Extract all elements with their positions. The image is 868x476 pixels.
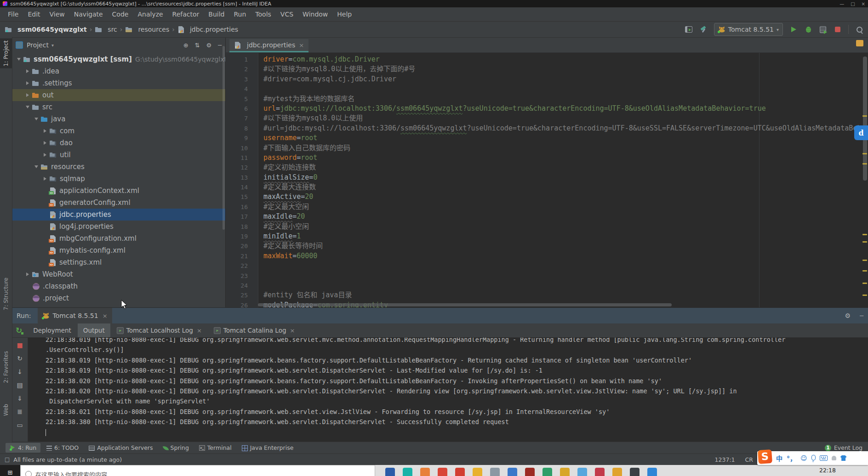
tree-item-.settings[interactable]: .settings xyxy=(12,77,225,89)
gear-icon[interactable]: ⚙ xyxy=(845,312,851,319)
close-icon[interactable]: × xyxy=(103,312,108,319)
menu-analyze[interactable]: Analyze xyxy=(133,9,167,19)
chevron-collapsed-icon[interactable] xyxy=(24,80,31,86)
menu-tools[interactable]: Tools xyxy=(251,9,275,19)
stripe-button--structure[interactable]: 7: Structure xyxy=(0,276,12,312)
taskbar-app-15-icon[interactable] xyxy=(630,468,640,476)
background-tasks-icon[interactable]: □ xyxy=(5,456,10,463)
rerun-icon[interactable]: ↻ xyxy=(17,355,23,362)
menu-run[interactable]: Run xyxy=(230,9,251,19)
menu-navigate[interactable]: Navigate xyxy=(70,9,107,19)
run-tab-tomcat-localhost-log[interactable]: ▸Tomcat Localhost Log× xyxy=(111,323,207,337)
taskbar-app-10-icon[interactable] xyxy=(542,468,552,476)
search-everywhere-icon[interactable] xyxy=(855,25,863,34)
taskbar-app-3-icon[interactable] xyxy=(420,468,430,476)
tree-item-com[interactable]: com xyxy=(12,125,225,137)
tool-window-button-spring[interactable]: Spring xyxy=(159,443,193,453)
close-icon[interactable]: × xyxy=(299,42,304,49)
run-tab-tomcat-catalina-log[interactable]: ▸Tomcat Catalina Log× xyxy=(208,323,301,337)
tree-item-log4j.properties[interactable]: log4j.properties xyxy=(12,221,225,232)
chevron-expanded-icon[interactable] xyxy=(33,164,40,170)
hide-panel-icon[interactable]: ─ xyxy=(218,42,222,49)
tree-item-applicationcontext.xml[interactable]: applicationContext.xml xyxy=(12,185,225,197)
project-panel-title[interactable]: Project xyxy=(27,41,49,49)
debug-button[interactable] xyxy=(804,25,812,34)
tree-item-ssm06645yqwzglxt-ssm-[interactable]: ssm06645yqwzglxt [ssm]G:\study\ssm06645y… xyxy=(12,53,225,65)
tree-item-.project[interactable]: .project xyxy=(12,292,225,304)
tree-item-dao[interactable]: dao xyxy=(12,137,225,149)
chevron-expanded-icon[interactable] xyxy=(33,116,40,122)
clear-icon[interactable]: ▭ xyxy=(17,421,23,429)
close-icon[interactable]: × xyxy=(290,327,295,334)
soft-wrap-icon[interactable]: ▤ xyxy=(17,381,23,389)
taskbar-app-13-icon[interactable] xyxy=(595,468,605,476)
skin-icon[interactable] xyxy=(832,456,836,460)
code-editor[interactable]: 1driver=com.mysql.jdbc.Driver2#以下链接为mysq… xyxy=(226,53,868,307)
tree-item-generatorconfig.xml[interactable]: generatorConfig.xml xyxy=(12,197,225,209)
stripe-button--favorites[interactable]: 2: Favorites xyxy=(0,349,12,385)
scroll-to-end-icon[interactable]: ⇓ xyxy=(17,395,23,402)
start-button[interactable]: ⊞ xyxy=(0,465,20,476)
tool-window-button-4-run[interactable]: 4: Run xyxy=(6,443,40,453)
floating-overlay-button[interactable]: d xyxy=(854,125,868,140)
tree-item-webroot[interactable]: WebRoot xyxy=(12,268,225,280)
tree-item-resources[interactable]: resources xyxy=(12,161,225,173)
rerun-icon[interactable]: ↻ xyxy=(16,326,22,335)
minimize-panel-icon[interactable]: ─ xyxy=(860,312,863,319)
build-hammer-icon[interactable] xyxy=(699,25,708,34)
tool-window-button-application-servers[interactable]: Application Servers xyxy=(85,443,157,453)
tree-item-mybatis-config.xml[interactable]: mybatis-config.xml xyxy=(12,244,225,256)
scroll-down-icon[interactable]: ↓ xyxy=(17,368,23,375)
taskbar-app-16-icon[interactable] xyxy=(647,468,657,476)
maximize-button[interactable]: □ xyxy=(851,1,855,6)
chevron-collapsed-icon[interactable] xyxy=(24,271,31,278)
menu-code[interactable]: Code xyxy=(108,9,133,19)
caret-position[interactable]: 1237:1 xyxy=(715,456,735,463)
menu-vcs[interactable]: VCS xyxy=(276,9,297,19)
breadcrumb-item-ssm06645yqwzglxt[interactable]: ssm06645yqwzglxt xyxy=(5,26,87,33)
project-scrollbar[interactable] xyxy=(223,46,225,230)
stripe-button--project[interactable]: 1: Project xyxy=(0,39,12,68)
chevron-collapsed-icon[interactable] xyxy=(24,68,31,74)
locate-file-icon[interactable]: ⊕ xyxy=(183,42,188,49)
run-configuration-selector[interactable]: Tomcat 8.5.51 ▾ xyxy=(714,23,783,36)
stop-icon[interactable]: ■ xyxy=(17,341,23,349)
taskbar-app-14-icon[interactable] xyxy=(612,468,622,476)
taskbar-app-5-icon[interactable] xyxy=(455,468,465,476)
punctuation-icon[interactable]: °， xyxy=(787,453,796,463)
taskbar-app-11-icon[interactable] xyxy=(560,468,570,476)
menu-view[interactable]: View xyxy=(46,9,69,19)
tree-item-mbgconfiguration.xml[interactable]: mbgConfiguration.xml xyxy=(12,232,225,244)
run-tab-deployment[interactable]: Deployment xyxy=(28,323,77,337)
event-log-button[interactable]: 1Event Log xyxy=(825,444,862,451)
chevron-down-icon[interactable]: ▾ xyxy=(51,43,54,48)
menu-file[interactable]: File xyxy=(4,9,23,19)
sogou-logo-icon[interactable]: S xyxy=(758,449,772,464)
taskbar-app-12-icon[interactable] xyxy=(577,468,587,476)
run-tab-output[interactable]: Output xyxy=(78,323,110,337)
stripe-button-web[interactable]: Web xyxy=(0,402,12,418)
console-output[interactable]: 22:18:38.019 [http-nio-8080-exec-1] DEBU… xyxy=(28,338,868,442)
horizontal-scrollbar[interactable] xyxy=(258,303,672,306)
minimize-button[interactable]: — xyxy=(839,1,844,6)
taskbar-app-4-icon[interactable] xyxy=(438,468,447,476)
shirt-icon[interactable] xyxy=(840,455,847,461)
menu-window[interactable]: Window xyxy=(298,9,332,19)
taskbar-clock[interactable]: 22:18 xyxy=(819,467,836,474)
tool-window-panel-icon[interactable] xyxy=(685,25,693,34)
close-icon[interactable]: × xyxy=(197,327,202,334)
taskbar-app-9-icon[interactable] xyxy=(525,468,535,476)
tree-item-util[interactable]: util xyxy=(12,149,225,161)
chevron-collapsed-icon[interactable] xyxy=(42,152,48,158)
chevron-collapsed-icon[interactable] xyxy=(42,176,48,182)
editor-tab-jdbc-properties[interactable]: jdbc.properties × xyxy=(229,39,308,52)
taskbar-app-6-icon[interactable] xyxy=(473,468,482,476)
tree-item-sqlmap[interactable]: sqlmap xyxy=(12,173,225,185)
tree-item-src[interactable]: src xyxy=(12,101,225,113)
close-button[interactable]: × xyxy=(862,1,865,6)
microphone-icon[interactable] xyxy=(811,455,816,460)
tree-item-.classpath[interactable]: .classpath xyxy=(12,280,225,292)
chevron-expanded-icon[interactable] xyxy=(24,104,31,110)
tree-item-jdbc.properties[interactable]: jdbc.properties xyxy=(12,209,225,221)
chevron-collapsed-icon[interactable] xyxy=(24,92,31,98)
